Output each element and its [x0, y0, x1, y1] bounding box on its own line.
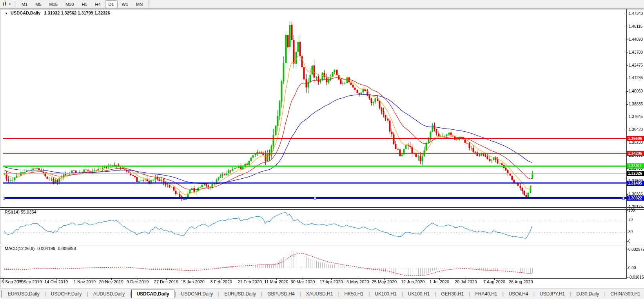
time-axis-label: 17 Apr 2020 [320, 279, 343, 284]
price-axis-tick-label: 1.44890 [629, 37, 643, 42]
time-axis-label: 9 Dec 2019 [127, 279, 149, 284]
chart-symbol: USDCAD,Daily [11, 11, 40, 15]
time-axis-label: 27 Dec 2019 [154, 279, 178, 284]
chart-tab-hk50-h1[interactable]: HK50,H1 [340, 290, 368, 298]
tab-grip [1, 290, 2, 297]
chart-ohlc-values: 1.31932 1.32562 1.31799 1.32326 [44, 11, 110, 15]
rsi-scale-label: 0 [628, 239, 631, 243]
time-axis-label: 14 Oct 2019 [44, 279, 68, 284]
chart-tab-bar: EURUSD,Daily|USDCHF,Daily|AUDUSD,Daily|U… [0, 288, 644, 299]
chart-tab-uk100-h1[interactable]: UK100,H1 [403, 290, 434, 298]
price-axis-tick-label: 1.36420 [629, 127, 643, 132]
current-price-tag: 1.32326 [627, 171, 644, 176]
price-axis-tick-label: 1.40060 [629, 89, 643, 93]
chart-tab-usdjpy-h1[interactable]: USDJPY,H1 [535, 290, 570, 298]
rsi-label: RSI(14) 55.0354 [5, 210, 36, 214]
pane-separator-main-rsi[interactable] [0, 207, 644, 210]
chart-tab-eurusd-daily[interactable]: EURUSD,Daily [220, 290, 261, 298]
price-axis-tick-label: 1.41285 [629, 76, 643, 80]
time-axis-label: 21 Feb 2020 [238, 279, 262, 284]
chart-menu-icon[interactable]: ▼ [5, 12, 8, 15]
chart-tab-fra40-h1[interactable]: FRA40,H1 [470, 290, 502, 298]
price-axis-tick-label: 1.37645 [629, 114, 643, 119]
price-level-tag: 1.35606 [627, 136, 644, 141]
time-axis-label: 25 Sep 2019 [17, 279, 42, 284]
time-axis-label: 15 Jan 2020 [181, 279, 205, 284]
chart-tab-usdcad-daily[interactable]: USDCAD,Daily [131, 290, 174, 298]
rsi-scale-label: 70 [628, 217, 633, 222]
macd-scale-label: 0.00 [628, 266, 636, 270]
time-axis-label: 30 Mar 2020 [291, 279, 315, 284]
time-axis-label: 3 Feb 2020 [210, 279, 232, 284]
time-axis-label: 25 May 2020 [372, 279, 397, 284]
chart-tab-dj30-daily[interactable]: DJ30,Daily [571, 290, 604, 298]
chart-tab-uk100-h1[interactable]: UK100,H1 [370, 290, 401, 298]
macd-scale-label: -0.018154 [628, 275, 644, 279]
chart-tab-usdcnh-daily[interactable]: USDCNH,Daily [176, 290, 218, 298]
time-axis-label: 7 Aug 2020 [483, 279, 505, 284]
time-axis-label: 26 Aug 2020 [509, 279, 533, 284]
price-axis-tick-label: 1.43700 [629, 50, 643, 54]
chart-tab-usdchf-daily[interactable]: USDCHF,Daily [46, 290, 87, 298]
time-axis-label: 11 Mar 2020 [264, 279, 288, 284]
chart-tab-china300-h1[interactable]: CHINA300,H1 [606, 290, 644, 298]
time-axis-label: 1 Jul 2020 [429, 279, 449, 284]
time-axis-label: 20 Jul 2020 [455, 279, 477, 284]
price-level-tag: 1.31405 [627, 181, 644, 186]
mt4-window: ▾ M1M5M15M30H1H4D1W1MN ▼ USDCAD,Daily 1.… [0, 0, 644, 299]
time-axis-label: 20 Nov 2019 [99, 279, 123, 284]
price-level-tag: 1.34206 [627, 151, 644, 156]
price-level-tag: 1.33011 [627, 163, 644, 169]
chart-tab-audusd-daily[interactable]: AUDUSD,Daily [89, 290, 130, 298]
time-axis-label: 6 May 2020 [346, 279, 369, 284]
price-axis-tick-label: 1.42475 [629, 63, 643, 67]
price-axis-tick-label: 1.47340 [629, 11, 643, 16]
macd-scale-label: 0.032972 [628, 247, 644, 252]
time-axis-label: 1 Nov 2019 [74, 279, 96, 284]
chart-tab-ger30-h1[interactable]: GER30,H1 [436, 290, 468, 298]
chart-tab-usoil-h4[interactable]: USOil,H4 [504, 290, 533, 298]
chart-tab-gbpusd-h4[interactable]: GBPUSD,H4 [263, 290, 299, 298]
chart-tab-eurusd-daily[interactable]: EURUSD,Daily [3, 290, 44, 298]
chart-tab-xauusd-h1[interactable]: XAUUSD,H1 [301, 290, 338, 298]
rsi-scale-label: 100 [628, 208, 635, 212]
price-axis-tick-label: 1.38835 [629, 102, 643, 106]
rsi-scale-label: 30 [628, 230, 633, 234]
macd-label: MACD(12,26,9) -0.004199 -0.006898 [5, 246, 76, 251]
price-level-tag: 1.30022 [627, 196, 644, 201]
price-axis-tick-label: 1.46115 [629, 24, 642, 29]
price-axis-line [626, 9, 627, 278]
pane-separator-rsi-macd[interactable] [0, 244, 644, 246]
time-axis-label: 12 Jun 2020 [401, 279, 425, 284]
chart-title: ▼ USDCAD,Daily 1.31932 1.32562 1.31799 1… [5, 11, 110, 15]
chart-canvas[interactable] [0, 0, 644, 299]
time-axis-line [0, 278, 627, 279]
